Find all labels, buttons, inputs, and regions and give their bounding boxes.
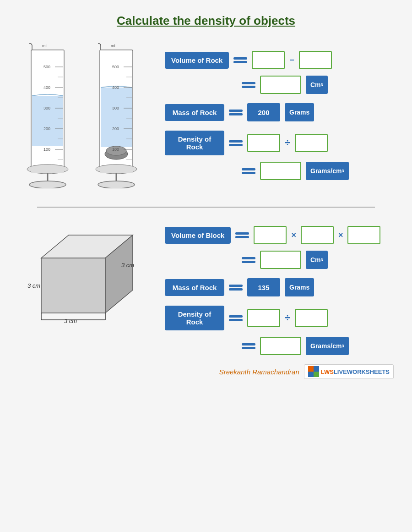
section2: 3 cm 3 cm 3 cm Volume of Block [18, 217, 394, 355]
equals-6 [235, 232, 249, 238]
svg-text:3 cm: 3 cm [27, 282, 40, 289]
equals-5 [242, 168, 255, 174]
footer: Sreekanth Ramachandran LWSLIVEWORKSHEETS [18, 364, 394, 379]
svg-text:500: 500 [43, 65, 50, 69]
formulas-area-1: Volume of Rock − Cm3 Mass [165, 42, 394, 180]
density-block-result[interactable] [260, 337, 301, 355]
density-rock-num[interactable] [247, 134, 280, 152]
svg-text:3 cm: 3 cm [121, 262, 134, 269]
density-rock-row2: Grams/cm3 [165, 162, 394, 180]
svg-rect-19 [31, 169, 64, 173]
mass-rock-label2: Mass of Rock [165, 279, 224, 296]
equals-2 [242, 82, 255, 88]
svg-text:200: 200 [43, 126, 50, 131]
svg-text:100: 100 [43, 147, 50, 152]
svg-text:300: 300 [43, 106, 50, 110]
times-icon-2: × [338, 230, 343, 240]
lws-text: LWSLIVEWORKSHEETS [321, 368, 390, 375]
equals-4 [229, 140, 243, 146]
lws-icon [308, 366, 319, 377]
density-rock-label: Density of Rock [165, 131, 224, 155]
volume-rock-unit: Cm3 [306, 76, 328, 94]
volume-rock-row2: Cm3 [165, 76, 394, 94]
svg-rect-55 [308, 366, 314, 372]
svg-text:100: 100 [112, 147, 119, 152]
section-divider [37, 207, 375, 208]
times-icon-1: × [291, 230, 296, 240]
volume-rock-row1: Volume of Rock − [165, 51, 394, 69]
svg-rect-1 [32, 96, 63, 146]
mass-rock-unit: Grams [285, 103, 314, 121]
svg-rect-57 [308, 372, 314, 377]
volume-block-d3[interactable] [347, 226, 380, 244]
svg-rect-23 [101, 88, 132, 147]
equals-10 [242, 343, 255, 349]
divide-icon-1: ÷ [285, 137, 290, 149]
mass-rock-unit2: Grams [285, 278, 314, 296]
block-svg: 3 cm 3 cm 3 cm [18, 221, 156, 331]
liveworksheets-badge[interactable]: LWSLIVEWORKSHEETS [304, 364, 394, 379]
cylinder2-svg: 500 400 300 200 100 mL [87, 42, 146, 188]
mass-rock-value2: 135 [247, 278, 280, 296]
svg-text:500: 500 [112, 65, 119, 69]
density-rock-row1: Density of Rock ÷ [165, 131, 394, 155]
mass-rock-row: Mass of Rock 200 Grams [165, 103, 394, 121]
volume-rock-label: Volume of Rock [165, 52, 229, 69]
svg-point-21 [29, 181, 66, 188]
mass-rock-label: Mass of Rock [165, 104, 224, 121]
density-rock-result[interactable] [260, 162, 301, 180]
density-block-den[interactable] [295, 309, 328, 327]
volume-block-result[interactable] [260, 251, 301, 269]
page: Calculate the density of objects 500 400 [0, 0, 412, 532]
svg-text:200: 200 [112, 126, 119, 131]
volume-block-d1[interactable] [254, 226, 287, 244]
mass-rock-value: 200 [247, 103, 280, 121]
minus-icon-1: − [289, 55, 294, 65]
svg-rect-43 [100, 169, 133, 173]
lws-live-part: LWS [321, 368, 334, 375]
equals-3 [229, 110, 243, 115]
page-title: Calculate the density of objects [18, 14, 394, 28]
svg-text:mL: mL [111, 44, 117, 48]
author-text: Sreekanth Ramachandran [219, 368, 299, 376]
density-block-unit: Grams/cm3 [306, 337, 349, 355]
volume-block-label: Volume of Block [165, 227, 231, 244]
volume-block-row2: Cm3 [165, 251, 394, 269]
svg-rect-56 [314, 366, 319, 372]
divide-icon-2: ÷ [285, 312, 290, 324]
equals-9 [229, 315, 243, 321]
volume-block-row1: Volume of Block × × [165, 226, 394, 244]
mass-rock-row2: Mass of Rock 135 Grams [165, 278, 394, 296]
section1: 500 400 300 200 100 mL [18, 42, 394, 193]
svg-text:3 cm: 3 cm [64, 318, 77, 324]
equals-7 [242, 257, 255, 263]
svg-marker-46 [41, 258, 105, 313]
volume-block-unit: Cm3 [306, 251, 328, 269]
volume-block-d2[interactable] [301, 226, 334, 244]
density-rock-row3: Density of Rock ÷ [165, 306, 394, 330]
lws-work-part: LIVEWORKSHEETS [334, 368, 390, 375]
volume-rock-input1[interactable] [252, 51, 285, 69]
block-area: 3 cm 3 cm 3 cm [18, 217, 165, 333]
density-rock-den[interactable] [295, 134, 328, 152]
cylinder1-svg: 500 400 300 200 100 mL [18, 42, 78, 188]
volume-rock-input2[interactable] [299, 51, 332, 69]
svg-text:400: 400 [112, 85, 119, 90]
svg-text:300: 300 [112, 106, 119, 110]
density-rock-label2: Density of Rock [165, 306, 224, 330]
formulas-area-2: Volume of Block × × Cm3 [165, 217, 394, 355]
svg-rect-58 [314, 372, 319, 377]
equals-8 [229, 285, 243, 291]
cylinders-area: 500 400 300 200 100 mL [18, 42, 165, 193]
equals-1 [233, 57, 247, 63]
volume-rock-result[interactable] [260, 76, 301, 94]
density-block-num[interactable] [247, 309, 280, 327]
density-rock-unit: Grams/cm3 [306, 162, 349, 180]
density-rock-row4: Grams/cm3 [165, 337, 394, 355]
svg-text:mL: mL [42, 44, 48, 48]
svg-text:400: 400 [43, 85, 50, 90]
svg-point-45 [98, 181, 135, 188]
